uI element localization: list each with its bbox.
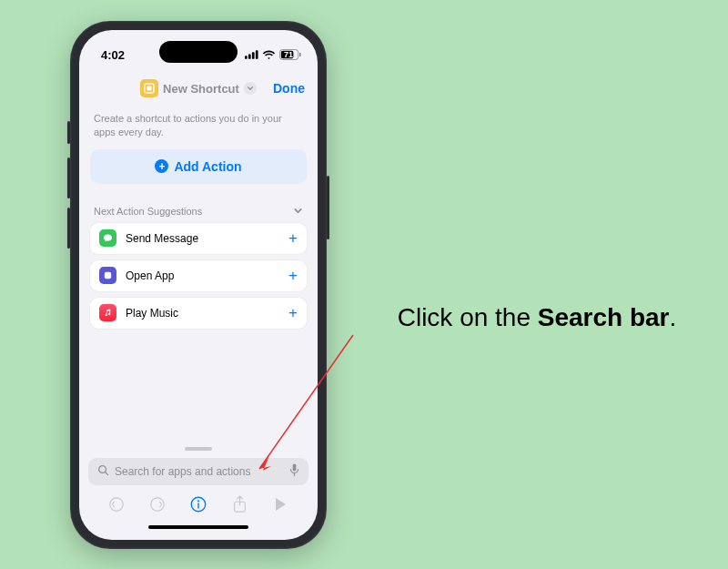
plus-icon[interactable]: +	[288, 267, 298, 285]
volume-down	[67, 208, 70, 249]
mic-icon[interactable]	[289, 463, 299, 480]
annotation-text: Click on the Search bar.	[373, 300, 701, 335]
annotation-prefix: Click on the	[398, 303, 538, 331]
suggestion-item[interactable]: Open App +	[90, 260, 307, 291]
annotation-suffix: .	[670, 303, 677, 331]
toolbar	[88, 485, 308, 520]
search-icon	[97, 464, 109, 479]
suggestion-label: Send Message	[126, 232, 198, 245]
redo-button[interactable]	[144, 493, 171, 516]
nav-title-group[interactable]: New Shortcut	[140, 79, 257, 97]
svg-rect-8	[147, 86, 152, 91]
hint-text: Create a shortcut to actions you do in y…	[90, 110, 307, 149]
content-area: Create a shortcut to actions you do in y…	[79, 107, 318, 447]
phone-screen: 4:02 71 New Shortcut	[79, 30, 318, 540]
search-bar[interactable]: Search for apps and actions	[88, 458, 308, 485]
suggestion-label: Open App	[126, 269, 174, 282]
undo-button[interactable]	[103, 493, 130, 516]
nav-bar: New Shortcut Done	[79, 70, 318, 107]
svg-rect-3	[256, 50, 258, 59]
search-placeholder: Search for apps and actions	[115, 465, 284, 478]
chevron-down-icon	[293, 206, 303, 218]
music-icon	[99, 304, 116, 321]
home-indicator[interactable]	[148, 525, 248, 529]
shortcut-icon	[140, 79, 158, 97]
chevron-down-icon	[244, 82, 257, 95]
open-app-icon	[99, 267, 116, 284]
side-button	[327, 176, 329, 239]
mute-switch	[67, 121, 70, 144]
suggestion-label: Play Music	[126, 307, 178, 320]
signal-icon	[245, 50, 258, 59]
status-time: 4:02	[101, 48, 125, 62]
suggestions-title: Next Action Suggestions	[94, 206, 202, 217]
bottom-panel: Search for apps and actions	[79, 447, 318, 540]
svg-rect-2	[252, 52, 255, 59]
suggestion-item[interactable]: Send Message +	[90, 223, 307, 254]
share-button[interactable]	[226, 493, 253, 516]
info-button[interactable]	[185, 493, 212, 516]
svg-line-11	[106, 472, 108, 475]
wifi-icon	[262, 50, 276, 60]
svg-point-17	[197, 500, 199, 502]
dynamic-island	[159, 41, 238, 63]
volume-up	[67, 157, 70, 198]
battery-icon: 71	[279, 49, 301, 60]
plus-circle-icon: +	[155, 159, 168, 173]
drag-handle[interactable]	[185, 447, 212, 451]
svg-rect-1	[248, 55, 251, 59]
nav-title: New Shortcut	[163, 82, 239, 96]
done-button[interactable]: Done	[273, 81, 305, 96]
svg-rect-0	[245, 56, 248, 59]
svg-rect-9	[105, 272, 111, 279]
annotation-bold: Search bar	[538, 303, 670, 331]
message-icon	[99, 229, 116, 247]
suggestions-header[interactable]: Next Action Suggestions	[90, 206, 307, 223]
plus-icon[interactable]: +	[288, 304, 298, 322]
add-action-label: Add Action	[174, 159, 241, 174]
svg-rect-12	[293, 464, 297, 472]
phone-frame: 4:02 71 New Shortcut	[70, 21, 327, 549]
play-button[interactable]	[267, 493, 294, 516]
suggestion-item[interactable]: Play Music +	[90, 298, 307, 329]
add-action-button[interactable]: + Add Action	[90, 149, 307, 184]
svg-rect-6	[299, 53, 300, 57]
plus-icon[interactable]: +	[288, 229, 298, 248]
